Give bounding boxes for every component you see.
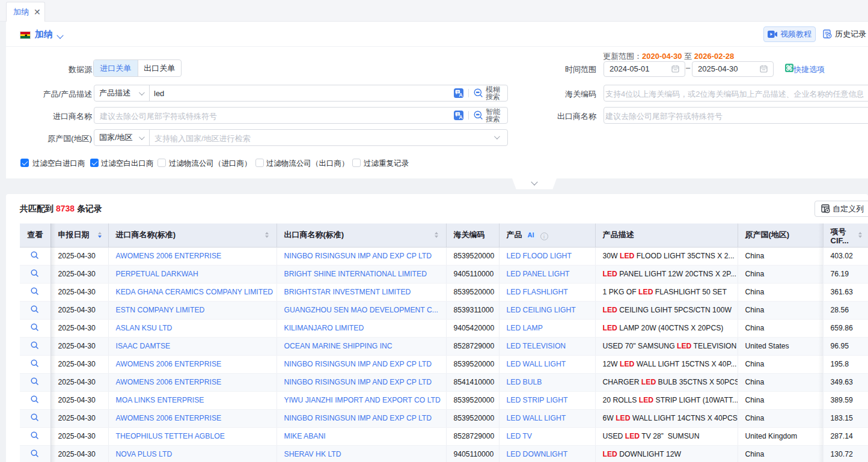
svg-text:A: A [459,92,463,98]
svg-text:A: A [459,114,463,120]
